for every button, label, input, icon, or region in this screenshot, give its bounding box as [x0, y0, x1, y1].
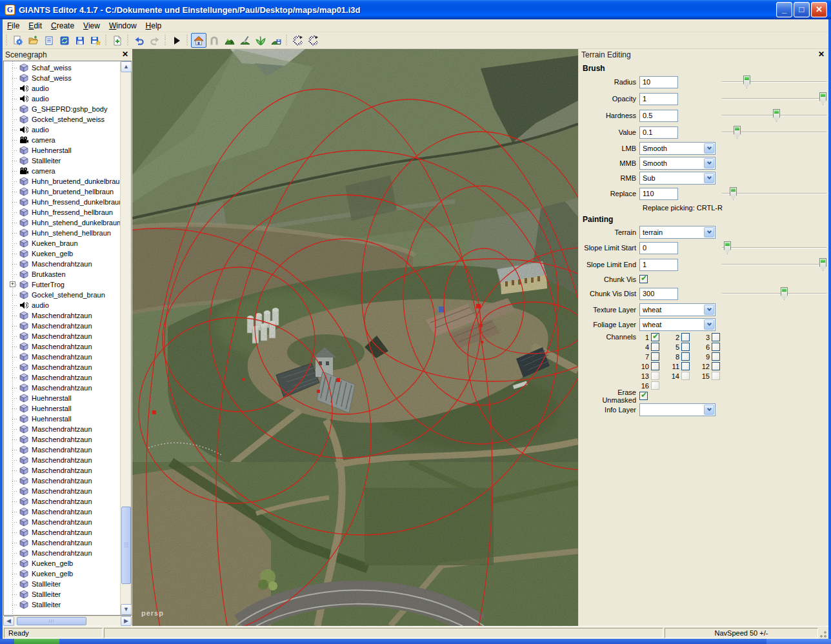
- terrain-select[interactable]: terrain: [639, 226, 716, 239]
- channel-3-checkbox[interactable]: [712, 333, 720, 341]
- tree-item-maschendrahtzaun[interactable]: Maschendrahtzaun: [4, 486, 120, 496]
- start-button-edge[interactable]: [14, 639, 59, 644]
- opacity-input[interactable]: [639, 93, 678, 105]
- chevron-down-icon[interactable]: [704, 158, 714, 168]
- radius-input[interactable]: [639, 76, 678, 88]
- channel-6-checkbox[interactable]: [712, 343, 720, 351]
- scroll-left-icon[interactable]: ◀: [3, 616, 14, 626]
- tree-item-maschendrahtzaun[interactable]: Maschendrahtzaun: [4, 372, 120, 383]
- slider-thumb[interactable]: [781, 287, 788, 300]
- tree-item-maschendrahtzaun[interactable]: Maschendrahtzaun: [4, 507, 120, 517]
- tree-item-huehnerstall[interactable]: Huehnerstall: [4, 145, 120, 156]
- menu-file[interactable]: File: [3, 20, 24, 32]
- tree-item-huhn-bruetend-dunkelbraun[interactable]: Huhn_bruetend_dunkelbraun: [4, 176, 120, 186]
- channel-15-checkbox[interactable]: [712, 372, 720, 380]
- terrain-save-button[interactable]: [268, 33, 284, 48]
- save-button[interactable]: [72, 33, 88, 48]
- tree-item-futtertrog[interactable]: +FutterTrog: [4, 279, 120, 290]
- scrollbar-thumb[interactable]: [121, 507, 131, 584]
- tree-item-gockel-stehend-braun[interactable]: Gockel_stehend_braun: [4, 290, 120, 300]
- channel-1-checkbox[interactable]: [651, 333, 659, 341]
- tree-item-audio[interactable]: audio: [4, 83, 120, 94]
- tree-item-maschendrahtzaun[interactable]: Maschendrahtzaun: [4, 321, 120, 331]
- tree-item-huehnerstall[interactable]: Huehnerstall: [4, 403, 120, 414]
- expand-icon[interactable]: +: [10, 281, 15, 287]
- slider-thumb[interactable]: [819, 258, 826, 271]
- tree-item-maschendrahtzaun[interactable]: Maschendrahtzaun: [4, 527, 120, 538]
- resize-grip[interactable]: [819, 628, 827, 638]
- tree-item-stallleiter[interactable]: Stallleiter: [4, 156, 120, 166]
- scroll-right-icon[interactable]: ▶: [121, 616, 132, 626]
- tree-item-huhn-stehend-dunkelbraun[interactable]: Huhn_stehend_dunkelbraun: [4, 217, 120, 228]
- render-checker-button[interactable]: [290, 33, 306, 48]
- tree-item-maschendrahtzaun[interactable]: Maschendrahtzaun: [4, 476, 120, 486]
- terrain-sculpt-button[interactable]: [222, 33, 237, 48]
- opacity-slider[interactable]: [722, 92, 826, 106]
- magnet-button[interactable]: [206, 33, 222, 48]
- erase-unmasked-checkbox[interactable]: [639, 392, 648, 400]
- channel-14-checkbox[interactable]: [681, 372, 690, 380]
- slope-limit-start-input[interactable]: [639, 242, 678, 254]
- terrain-panel-close-icon[interactable]: ✕: [817, 50, 826, 59]
- channel-8-checkbox[interactable]: [681, 352, 690, 361]
- viewport-3d[interactable]: persp: [132, 49, 578, 626]
- lmb-select[interactable]: Smooth: [639, 142, 716, 155]
- tree-item-maschendrahtzaun[interactable]: Maschendrahtzaun: [4, 517, 120, 527]
- tree-item-maschendrahtzaun[interactable]: Maschendrahtzaun: [4, 434, 120, 445]
- scroll-down-icon[interactable]: ▼: [121, 604, 132, 615]
- vertical-scrollbar[interactable]: ▲ ▼: [120, 61, 131, 615]
- value-slider[interactable]: [722, 126, 826, 139]
- maximize-button[interactable]: □: [794, 2, 810, 17]
- tree-item-huhn-bruetend-hellbraun[interactable]: Huhn_bruetend_hellbraun: [4, 186, 120, 197]
- channel-9-checkbox[interactable]: [712, 352, 720, 361]
- chunk-vis-checkbox[interactable]: [639, 275, 648, 283]
- tree-item-huehnerstall[interactable]: Huehnerstall: [4, 414, 120, 424]
- info-layer-select[interactable]: [639, 403, 716, 416]
- tree-item-maschendrahtzaun[interactable]: Maschendrahtzaun: [4, 538, 120, 548]
- tree-item-maschendrahtzaun[interactable]: Maschendrahtzaun: [4, 259, 120, 269]
- chevron-down-icon[interactable]: [704, 319, 714, 330]
- tree-item-kueken-braun[interactable]: Kueken_braun: [4, 238, 120, 248]
- tree-item-maschendrahtzaun[interactable]: Maschendrahtzaun: [4, 352, 120, 362]
- play-button[interactable]: [169, 33, 185, 48]
- slider-thumb[interactable]: [743, 75, 750, 88]
- chevron-down-icon[interactable]: [704, 143, 714, 154]
- chunk-vis-dist-input[interactable]: [639, 288, 678, 300]
- tree-item-maschendrahtzaun[interactable]: Maschendrahtzaun: [4, 424, 120, 434]
- replace-input[interactable]: [639, 188, 678, 200]
- chevron-down-icon[interactable]: [704, 305, 714, 315]
- hardness-input[interactable]: [639, 110, 678, 122]
- tree-item-huhn-fressend-hellbraun[interactable]: Huhn_fressend_hellbraun: [4, 207, 120, 217]
- scenegraph-close-icon[interactable]: ✕: [121, 50, 130, 59]
- tree-item-stallleiter[interactable]: Stallleiter: [4, 599, 120, 610]
- log-button[interactable]: [41, 33, 57, 48]
- channel-16-checkbox[interactable]: [651, 381, 659, 390]
- tree-item-gockel-stehend-weiss[interactable]: Gockel_stehend_weiss: [4, 114, 120, 125]
- foliage-layer-select[interactable]: wheat: [639, 318, 716, 331]
- rmb-select[interactable]: Sub: [639, 172, 716, 185]
- tree-item-kueken-gelb[interactable]: Kueken_gelb: [4, 558, 120, 569]
- tree-item-maschendrahtzaun[interactable]: Maschendrahtzaun: [4, 496, 120, 507]
- save-as-button[interactable]: [88, 33, 103, 48]
- close-button[interactable]: ✕: [811, 2, 827, 17]
- slope-limit-end-slider[interactable]: [722, 258, 826, 272]
- tree-item-g-sheprd-gshp-body[interactable]: G_SHEPRD:gshp_body: [4, 104, 120, 114]
- tree-item-maschendrahtzaun[interactable]: Maschendrahtzaun: [4, 331, 120, 341]
- slider-thumb[interactable]: [819, 92, 826, 105]
- render-checker2-button[interactable]: [306, 33, 321, 48]
- reload-button[interactable]: [57, 33, 72, 48]
- tree-item-kueken-gelb[interactable]: Kueken_gelb: [4, 248, 120, 259]
- tree-item-huhn-fressend-dunkelbraun[interactable]: Huhn_fressend_dunkelbraun: [4, 197, 120, 207]
- minimize-button[interactable]: _: [776, 2, 792, 17]
- import-button[interactable]: [110, 33, 125, 48]
- horizontal-scrollbar[interactable]: ◀ ▶: [3, 616, 132, 626]
- undo-button[interactable]: [132, 33, 147, 48]
- tree-item-maschendrahtzaun[interactable]: Maschendrahtzaun: [4, 310, 120, 321]
- channel-5-checkbox[interactable]: [681, 343, 690, 351]
- menu-window[interactable]: Window: [105, 20, 141, 32]
- chevron-down-icon[interactable]: [704, 405, 714, 415]
- texture-layer-select[interactable]: wheat: [639, 303, 716, 316]
- tree-item-camera[interactable]: camera: [4, 166, 120, 176]
- camera-home-button[interactable]: [191, 33, 206, 48]
- tree-item-audio[interactable]: audio: [4, 125, 120, 135]
